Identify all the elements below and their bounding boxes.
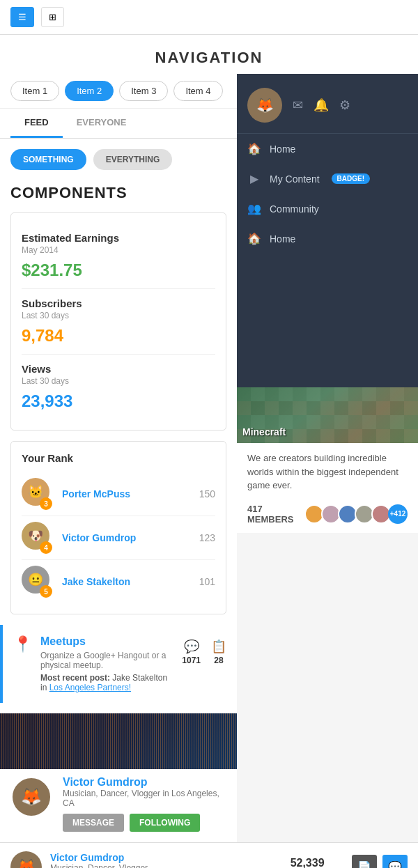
rank-avatar-2: 🐶 4 [22,522,54,554]
nav-item-home-1[interactable]: 🏠 Home [237,134,418,164]
rank-name-2[interactable]: Victor Gumdrop [62,532,199,543]
members-row: 417 MEMBERS +412 [237,498,418,533]
tab-item-3[interactable]: Item 3 [119,81,168,101]
dark-button-icon: 📄 [357,860,371,868]
tab-item-1[interactable]: Item 1 [10,81,59,101]
rank-card: Your Rank 🐱 3 Porter McPuss 150 🐶 4 Vict… [10,441,226,614]
toggle-everything[interactable]: EVERYTHING [93,149,173,170]
earnings-value: $231.75 [22,261,215,280]
earnings-section: Estimated Earnings May 2014 $231.75 [22,224,215,289]
nav-label-community: Community [270,203,319,215]
nav-label-home-2: Home [270,233,295,245]
views-sublabel: Last 30 days [22,376,215,386]
nav-item-mycontent[interactable]: ▶ My Content BADGE! [237,164,418,194]
member-avatars: +412 [304,504,408,524]
rank-badge-2: 4 [40,541,52,554]
bottom-dark-button[interactable]: 📄 [352,855,377,869]
nav-item-home-2[interactable]: 🏠 Home [237,224,418,254]
main-layout: Item 1 Item 2 Item 3 Item 4 FEED EVERYON… [0,74,418,842]
toggle-row: SOMETHING EVERYTHING [0,139,237,177]
more-members-badge: +412 [388,504,408,524]
posts-icon: 📋 [211,639,226,654]
stats-card: Estimated Earnings May 2014 $231.75 Subs… [10,212,226,431]
rank-score-1: 150 [199,488,215,499]
rank-score-3: 101 [199,576,215,587]
subscribers-label: Subscribers [22,297,215,309]
list-view-button[interactable]: ☰ [10,7,34,27]
rank-avatar-3: 😐 5 [22,566,54,598]
meetups-desc: Organize a Google+ Hangout or a physical… [40,651,173,670]
message-button[interactable]: MESSAGE [63,814,124,832]
rank-row-2: 🐶 4 Victor Gumdrop 123 [22,516,215,560]
meetups-post-link[interactable]: Los Angeles Partners! [49,683,131,692]
community-icon: 👥 [247,202,261,215]
bell-icon[interactable]: 🔔 [314,98,329,113]
subscribers-count: 52,339 [278,857,336,868]
meetup-comments-stat: 💬 1071 [182,639,201,665]
settings-icon[interactable]: ⚙ [339,98,350,113]
banner-overlay [0,713,237,769]
mail-icon[interactable]: ✉ [293,98,303,113]
following-button[interactable]: FOLLOWING [130,814,200,832]
nav-label-home-1: Home [270,144,295,155]
nav-item-community[interactable]: 👥 Community [237,194,418,224]
minecraft-card: Minecraft We are creators building incre… [237,387,418,533]
minecraft-label: Minecraft [242,426,286,437]
top-nav: ☰ ⊞ [0,0,418,35]
meetup-comments-value: 1071 [182,656,201,665]
bottom-blue-button[interactable]: 💬 [382,855,408,869]
feed-tabs: FEED EVERYONE [0,109,237,139]
nav-icon-group: ✉ 🔔 ⚙ [293,98,350,113]
location-icon: 📍 [13,635,32,653]
bottom-name[interactable]: Victor Gumdrop [50,852,270,863]
subscribers-value: 9,784 [22,326,215,346]
rank-badge-3: 5 [40,585,52,598]
nav-user-avatar: 🦊 [247,88,282,123]
profile-bio: Musician, Dancer, Vlogger in Los Angeles… [63,789,226,808]
meetups-title[interactable]: Meetups [40,635,173,648]
components-section: COMPONENTS [0,177,237,212]
tab-feed[interactable]: FEED [10,109,63,138]
profile-card: 🦊 Victor Gumdrop Musician, Dancer, Vlogg… [0,713,237,842]
tab-everyone[interactable]: EVERYONE [63,109,141,138]
meetups-stats: 💬 1071 📋 28 [182,635,226,665]
subscribers-sublabel: Last 30 days [22,311,215,320]
home-icon-2: 🏠 [247,232,261,245]
meetups-content: Meetups Organize a Google+ Hangout or a … [40,635,173,692]
rank-row-3: 😐 5 Jake Stakelton 101 [22,560,215,603]
bottom-bio: Musician, Dancer, Vlogger [50,863,270,869]
left-panel: Item 1 Item 2 Item 3 Item 4 FEED EVERYON… [0,74,237,842]
toggle-something[interactable]: SOMETHING [10,149,86,170]
rank-title: Your Rank [22,452,215,464]
earnings-label: Estimated Earnings [22,232,215,244]
views-label: Views [22,363,215,375]
tab-item-4[interactable]: Item 4 [173,81,222,101]
grid-view-button[interactable]: ⊞ [41,7,64,27]
nav-user-header: 🦊 ✉ 🔔 ⚙ [237,74,418,134]
rank-name-1[interactable]: Porter McPuss [62,488,199,499]
profile-name[interactable]: Victor Gumdrop [63,776,226,789]
profile-info: 🦊 Victor Gumdrop Musician, Dancer, Vlogg… [0,769,237,842]
page-title: NAVIGATION [0,49,418,67]
list-icon: ☰ [18,12,26,22]
rank-avatar-1: 🐱 3 [22,478,54,510]
meetup-posts-value: 28 [214,656,223,665]
profile-banner [0,713,237,769]
bottom-subscribers: 52,339 SUBSCRIBERS [278,857,336,868]
rank-name-3[interactable]: Jake Stakelton [62,576,199,587]
members-count: 417 MEMBERS [247,504,299,525]
blue-button-icon: 💬 [388,860,402,868]
rank-row-1: 🐱 3 Porter McPuss 150 [22,472,215,516]
subscribers-section: Subscribers Last 30 days 9,784 [22,289,215,355]
bottom-bar: 🦊 Victor Gumdrop Musician, Dancer, Vlogg… [0,842,418,868]
views-value: 23,933 [22,392,215,411]
tab-item-2[interactable]: Item 2 [65,81,114,101]
profile-details: Victor Gumdrop Musician, Dancer, Vlogger… [63,776,226,832]
tab-row: Item 1 Item 2 Item 3 Item 4 [0,74,237,109]
views-section: Views Last 30 days 23,933 [22,355,215,419]
nav-title-area: NAVIGATION [0,35,418,74]
bottom-actions: 📄 💬 [352,855,408,869]
comments-icon: 💬 [184,639,199,654]
earnings-sublabel: May 2014 [22,245,215,255]
minecraft-desc: We are creators building incredible worl… [237,443,418,498]
